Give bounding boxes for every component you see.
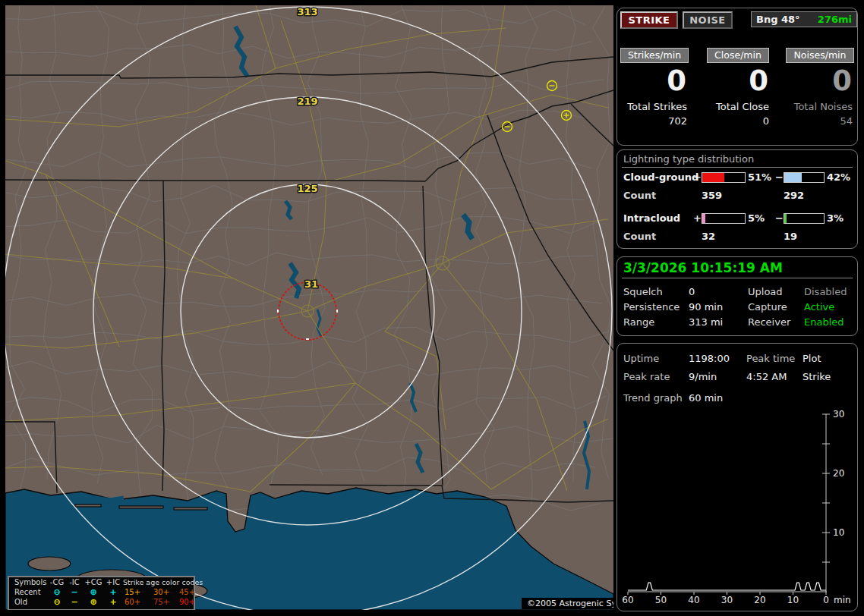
cg-minus-count: 292 bbox=[784, 190, 804, 201]
cg-minus-bar bbox=[784, 172, 825, 183]
ring-label-125: 125 bbox=[297, 183, 317, 194]
ring-label-31: 31 bbox=[304, 278, 318, 290]
age-90: 90+ bbox=[179, 597, 205, 607]
svg-text:40: 40 bbox=[688, 595, 699, 605]
peak-rate-label: Peak rate bbox=[623, 371, 670, 382]
legend-col-pos-cg: +CG bbox=[82, 577, 105, 587]
legend-header-row: Symbols -CG -IC +CG +IC Strike age color… bbox=[9, 577, 194, 587]
upload-status: Disabled bbox=[804, 286, 847, 297]
svg-text:10: 10 bbox=[787, 595, 799, 605]
svg-text:20: 20 bbox=[754, 595, 765, 605]
total-close-label: Total Close bbox=[702, 101, 769, 112]
squelch-label: Squelch bbox=[623, 286, 663, 297]
close-per-min-button[interactable]: Close/min bbox=[707, 48, 769, 63]
legend-recent-label: Recent bbox=[14, 587, 49, 597]
minus-sign: − bbox=[775, 212, 784, 224]
strikes-per-min-button[interactable]: Strikes/min bbox=[620, 48, 689, 63]
ring-label-313: 313 bbox=[297, 6, 317, 17]
svg-text:30: 30 bbox=[833, 409, 844, 420]
age-45: 45+ bbox=[179, 587, 205, 597]
total-noises-value: 54 bbox=[781, 115, 853, 127]
total-strikes-value: 702 bbox=[622, 115, 687, 127]
age-60: 60+ bbox=[125, 597, 150, 607]
plus-sign: + bbox=[693, 212, 702, 224]
close-per-min-value: 0 bbox=[702, 64, 769, 97]
range-value: 313 mi bbox=[689, 316, 723, 328]
ic-plus-bar-fill bbox=[702, 214, 705, 223]
total-strikes-label: Total Strikes bbox=[622, 101, 687, 112]
svg-text:60: 60 bbox=[622, 595, 633, 605]
uptime-label: Uptime bbox=[623, 353, 659, 364]
age-15: 15+ bbox=[125, 587, 150, 597]
ring-label-219: 219 bbox=[297, 96, 317, 107]
peak-time-value: 4:52 AM bbox=[746, 371, 787, 382]
copyright-text: ©2005 Astrogenic Systems bbox=[522, 598, 613, 609]
legend-col-neg-ic: -IC bbox=[65, 577, 84, 587]
receiver-label: Receiver bbox=[748, 316, 790, 328]
svg-text:min: min bbox=[834, 595, 851, 605]
cg-plus-count: 359 bbox=[702, 190, 722, 201]
divider bbox=[622, 167, 853, 168]
upload-label: Upload bbox=[748, 286, 783, 297]
recent-neg-ic-icon: − bbox=[65, 587, 84, 597]
uptime-value: 1198:00 bbox=[689, 353, 730, 364]
recent-pos-ic-icon: + bbox=[103, 587, 123, 597]
svg-text:10: 10 bbox=[833, 527, 844, 538]
old-pos-ic-icon: + bbox=[103, 597, 123, 607]
bearing-distance: 276mi bbox=[818, 12, 852, 27]
svg-text:20: 20 bbox=[833, 468, 844, 479]
plot-label: Plot bbox=[803, 353, 821, 364]
divider bbox=[622, 278, 853, 278]
receiver-status: Enabled bbox=[804, 316, 844, 328]
legend-recent-row: Recent ⊖ − ⊕ + 15+ 30+ 45+ bbox=[9, 587, 194, 597]
cg-plus-bar bbox=[702, 172, 746, 183]
cg-plus-pct: 51% bbox=[748, 171, 771, 183]
svg-text:30: 30 bbox=[721, 595, 733, 605]
ic-minus-bar-fill bbox=[784, 214, 787, 223]
ic-plus-bar bbox=[702, 213, 746, 224]
legend-old-row: Old ⊖ − ⊕ + 60+ 75+ 90+ bbox=[9, 597, 194, 607]
trend-window-value: 60 min bbox=[689, 392, 723, 404]
svg-text:50: 50 bbox=[655, 595, 667, 605]
count-label: Count bbox=[623, 190, 693, 201]
noise-mode-button[interactable]: NOISE bbox=[683, 11, 733, 29]
squelch-value: 0 bbox=[689, 286, 695, 297]
strike-mode-button[interactable]: STRIKE bbox=[620, 11, 678, 29]
cg-minus-bar-fill bbox=[784, 173, 802, 182]
recent-neg-cg-icon: ⊖ bbox=[47, 587, 67, 597]
cloud-ground-label: Cloud-ground bbox=[623, 171, 693, 183]
ic-minus-pct: 3% bbox=[827, 212, 844, 224]
recent-pos-cg-icon: ⊕ bbox=[82, 587, 105, 597]
trend-panel: Uptime 1198:00 Peak time Plot Peak rate … bbox=[616, 343, 858, 611]
map-canvas: 313 219 125 31 bbox=[5, 5, 613, 610]
ic-minus-count: 19 bbox=[784, 231, 797, 242]
lightning-map[interactable]: 313 219 125 31 Symbols -CG -IC +CG +IC S… bbox=[5, 5, 613, 610]
counters-panel: STRIKE NOISE Bng 48° 276mi Strikes/min C… bbox=[616, 8, 858, 146]
strikes-per-min-value: 0 bbox=[622, 64, 687, 97]
legend-old-label: Old bbox=[14, 597, 49, 607]
sidebar: STRIKE NOISE Bng 48° 276mi Strikes/min C… bbox=[615, 0, 864, 616]
peak-rate-value: 9/min bbox=[689, 371, 717, 382]
cg-minus-pct: 42% bbox=[827, 171, 850, 183]
status-panel: 3/3/2026 10:15:19 AM Squelch 0 Upload Di… bbox=[616, 256, 858, 336]
symbol-legend: Symbols -CG -IC +CG +IC Strike age color… bbox=[8, 576, 195, 610]
datetime-display: 3/3/2026 10:15:19 AM bbox=[623, 260, 783, 275]
old-neg-cg-icon: ⊖ bbox=[47, 597, 67, 607]
capture-label: Capture bbox=[748, 301, 787, 313]
ic-plus-count: 32 bbox=[702, 231, 715, 242]
plus-sign: + bbox=[693, 171, 702, 183]
plot-value: Strike bbox=[803, 371, 831, 382]
count-label: Count bbox=[623, 231, 693, 242]
legend-col-pos-ic: +IC bbox=[103, 577, 123, 587]
minus-sign: − bbox=[775, 171, 784, 183]
total-close-value: 0 bbox=[702, 115, 769, 127]
range-label: Range bbox=[623, 316, 654, 328]
distribution-title: Lightning type distribution bbox=[623, 153, 754, 165]
distribution-panel: Lightning type distribution Cloud-ground… bbox=[616, 149, 858, 249]
ic-plus-pct: 5% bbox=[748, 212, 765, 224]
total-noises-label: Total Noises bbox=[781, 101, 853, 112]
noises-per-min-button[interactable]: Noises/min bbox=[786, 48, 854, 63]
cg-plus-bar-fill bbox=[702, 173, 724, 182]
trend-graph: 6050403020100min102030 bbox=[617, 403, 857, 609]
persistence-value: 90 min bbox=[689, 301, 723, 313]
